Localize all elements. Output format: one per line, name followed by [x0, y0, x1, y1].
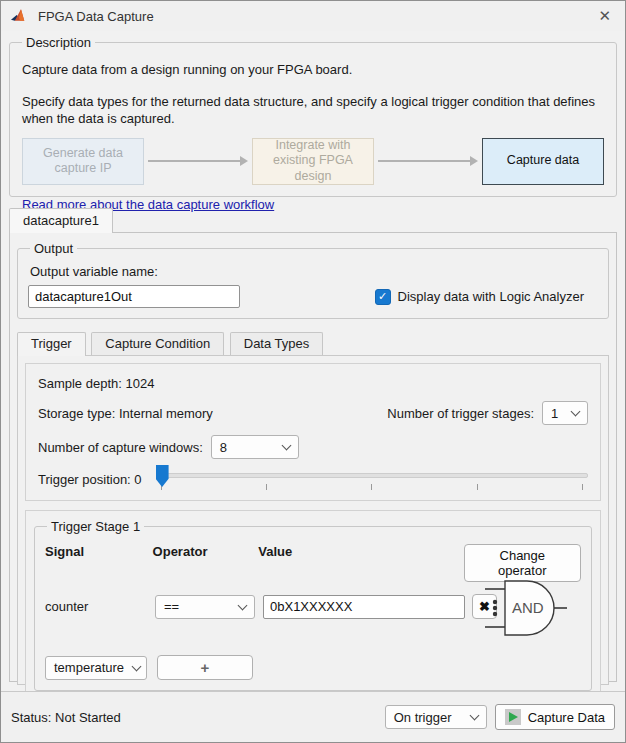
output-group: Output Output variable name: ✓ Display d… [17, 241, 609, 319]
workflow-arrow-icon [378, 160, 476, 162]
capture-windows-label: Number of capture windows: [38, 440, 203, 455]
trigger-stages-select[interactable]: 1 [542, 401, 588, 425]
description-group: Description Capture data from a design r… [9, 35, 617, 197]
window-title: FPGA Data Capture [38, 9, 154, 24]
tab-trigger[interactable]: Trigger [17, 332, 86, 356]
description-legend: Description [22, 35, 95, 50]
fpga-data-capture-window: FPGA Data Capture ✕ Description Capture … [0, 0, 626, 743]
capture-tab-panel: Output Output variable name: ✓ Display d… [9, 232, 617, 682]
trigger-settings-box: Sample depth: 1024 Storage type: Interna… [25, 363, 601, 501]
workflow-step-generate-ip: Generate data capture IP [22, 138, 144, 185]
tab-data-types[interactable]: Data Types [230, 332, 324, 355]
trigger-tab-panel: Sample depth: 1024 Storage type: Interna… [17, 355, 609, 685]
logic-analyzer-checkbox[interactable]: ✓ [375, 289, 391, 305]
capture-mode-select[interactable]: On trigger [385, 705, 487, 729]
chevron-down-icon [571, 407, 581, 417]
sample-depth-label: Sample depth: [38, 376, 122, 391]
logic-analyzer-label: Display data with Logic Analyzer [398, 289, 584, 304]
slider-ticks [156, 484, 588, 490]
signal-name: counter [45, 599, 155, 614]
workflow-diagram: Generate data capture IP Integrate with … [22, 138, 604, 185]
capture-windows-select[interactable]: 8 [211, 435, 299, 459]
play-icon [505, 709, 521, 725]
chevron-down-icon [238, 600, 248, 610]
and-gate-label: AND [512, 599, 544, 616]
and-gate-diagram: AND [481, 576, 567, 643]
trigger-stage-group: Trigger Stage 1 Signal Operator Value Ch… [34, 519, 592, 691]
tab-datacapture1[interactable]: datacapture1 [9, 208, 113, 233]
chevron-down-icon [132, 661, 142, 671]
add-signal-select[interactable]: temperature [45, 656, 147, 680]
trigger-position-value: 0 [134, 472, 141, 487]
operator-select[interactable]: == [155, 595, 255, 619]
operator-column-header: Operator [153, 544, 259, 559]
trigger-position-slider[interactable] [156, 469, 588, 490]
trigger-stage-container: Trigger Stage 1 Signal Operator Value Ch… [25, 510, 601, 706]
title-bar: FPGA Data Capture ✕ [1, 1, 625, 31]
workflow-step-capture-data: Capture data [482, 138, 604, 185]
trigger-stage-legend: Trigger Stage 1 [47, 519, 144, 534]
chevron-down-icon [281, 441, 291, 451]
trigger-stages-label: Number of trigger stages: [387, 406, 534, 421]
description-line-2: Specify data types for the returned data… [22, 93, 604, 128]
status-bar: Status: Not Started On trigger Capture D… [1, 691, 625, 742]
matlab-logo-icon [11, 8, 30, 24]
chevron-down-icon [469, 711, 479, 721]
capture-tab-strip: datacapture1 [9, 208, 617, 233]
capture-data-button[interactable]: Capture Data [495, 704, 615, 730]
storage-type-label: Storage type: [38, 406, 115, 421]
settings-tab-strip: Trigger Capture Condition Data Types [17, 332, 609, 356]
output-variable-label: Output variable name: [30, 264, 598, 279]
trigger-value-input[interactable] [263, 595, 465, 619]
sample-depth-value: 1024 [125, 376, 154, 391]
plus-icon: + [201, 659, 210, 676]
output-legend: Output [30, 241, 77, 256]
storage-type-value: Internal memory [119, 406, 213, 421]
status-text: Status: Not Started [11, 710, 121, 725]
output-variable-input[interactable] [28, 285, 240, 308]
description-line-1: Capture data from a design running on yo… [22, 61, 604, 79]
close-icon[interactable]: ✕ [594, 7, 615, 25]
trigger-position-label: Trigger position: [38, 472, 131, 487]
value-column-header: Value [258, 544, 463, 559]
workflow-step-integrate: Integrate with existing FPGA design [252, 138, 374, 185]
signal-column-header: Signal [45, 544, 153, 559]
add-condition-button[interactable]: + [157, 655, 253, 680]
workflow-arrow-icon [148, 160, 246, 162]
tab-capture-condition[interactable]: Capture Condition [91, 332, 224, 355]
slider-track[interactable] [156, 473, 588, 478]
